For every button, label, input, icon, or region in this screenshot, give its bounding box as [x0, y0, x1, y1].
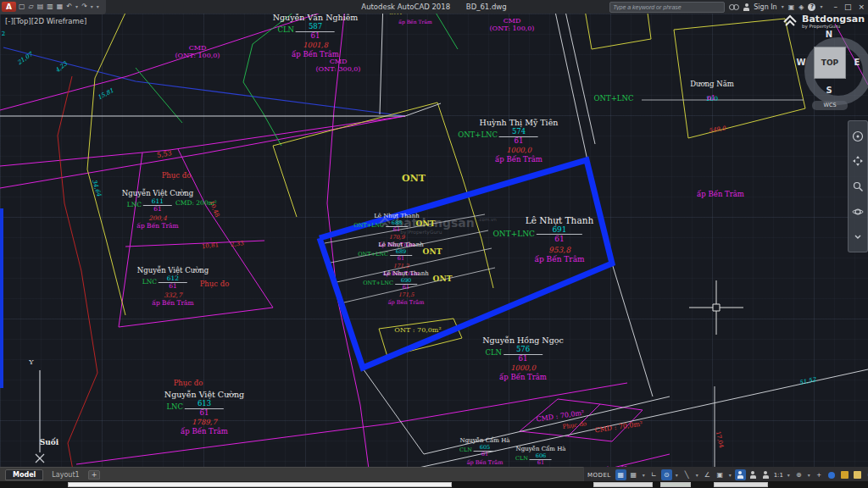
search-icon[interactable]: [729, 3, 739, 10]
save-as-icon[interactable]: ▥: [47, 2, 53, 12]
signin-button[interactable]: Sign In: [754, 3, 776, 11]
parcel-owner: Lê Nhựt Thanh: [378, 241, 424, 248]
tab-layout1[interactable]: Layout1: [45, 470, 86, 480]
parcel-area: 171,2: [378, 263, 424, 269]
hamlet-name: ấp Bến Trâm: [164, 428, 244, 436]
isodraft-dropdown[interactable]: ▾: [694, 469, 700, 480]
close-button[interactable]: ×: [858, 2, 865, 13]
drawing-text: Suối: [40, 438, 58, 446]
grid-icon[interactable]: ▦: [615, 469, 626, 480]
autodesk-app-store-icon[interactable]: ▣: [788, 3, 795, 11]
hamlet-name: ấp Bến Trâm: [526, 255, 593, 263]
osnap-dropdown[interactable]: ▾: [727, 469, 733, 480]
wcs-dropdown[interactable]: WCS: [812, 101, 848, 110]
zoom-icon[interactable]: [851, 180, 865, 193]
land-use-code: ONT+LNC: [358, 252, 388, 258]
help-icon[interactable]: ?: [808, 3, 815, 11]
land-use-code: LNC: [166, 403, 183, 412]
land-use-code: CLN: [515, 456, 528, 462]
annotation-scale-icon[interactable]: [760, 469, 771, 480]
polar-dropdown[interactable]: ▾: [674, 469, 680, 480]
viewport-controls-label[interactable]: [-][Top][2D Wireframe]: [5, 17, 86, 25]
viewcube-south[interactable]: S: [826, 86, 832, 95]
quick-access-toolbar: A ▢▱▤▥▦↶▾↷▾▾: [0, 0, 106, 14]
redo-icon[interactable]: ↷: [81, 2, 87, 12]
drawing-text: 2: [2, 31, 5, 38]
osnap-box-icon[interactable]: ▣: [715, 469, 726, 480]
map-sheet-number: 61: [159, 283, 187, 291]
map-sheet-number: 61: [390, 256, 412, 262]
drawing-text: CMD (ONT: 300,0): [316, 58, 361, 74]
graphics-performance-icon: [828, 472, 835, 479]
annotation-autoscale-icon: [750, 471, 756, 479]
qat-dropdown[interactable]: ▾: [97, 2, 99, 12]
redo-dropdown[interactable]: ▾: [91, 2, 93, 12]
command-line-field[interactable]: [68, 482, 452, 487]
help-dropdown[interactable]: ▾: [820, 2, 822, 12]
signin-dropdown[interactable]: ▾: [782, 2, 784, 12]
land-use-code: ONT+LNC: [492, 229, 535, 237]
document-title: BD_61.dwg: [466, 3, 507, 11]
parcel-label: Nguyễn Cẩm Hà605CLN61ấp Bến Trâm: [460, 437, 510, 467]
new-file-icon[interactable]: ▢: [19, 2, 25, 12]
ortho-polar-icon[interactable]: ⊙: [661, 469, 672, 480]
stay-connected-icon[interactable]: ◈: [798, 3, 804, 11]
viewcube-top-face[interactable]: TOP: [814, 47, 846, 79]
steering-wheel-icon[interactable]: [851, 130, 865, 143]
isodraft-icon[interactable]: ╲: [682, 469, 693, 480]
parcel-fraction: 613LNC61: [185, 400, 224, 418]
parcel-owner: Lê Nhựt Thanh: [526, 215, 593, 225]
help-search-input[interactable]: [609, 2, 725, 13]
workspace-dropdown[interactable]: ▾: [806, 469, 812, 480]
land-use-code: LNC: [127, 202, 142, 209]
save-icon[interactable]: ▤: [37, 2, 44, 12]
snap-dropdown[interactable]: ▾: [641, 469, 647, 480]
orbit-icon[interactable]: [851, 205, 865, 219]
new-layout-button[interactable]: +: [88, 470, 101, 480]
viewcube-east[interactable]: E: [854, 58, 860, 67]
drawing-text: 61: [707, 95, 715, 103]
snap-icon[interactable]: ▦: [628, 469, 639, 480]
clean-screen-icon[interactable]: [852, 469, 863, 480]
undo-icon[interactable]: ↶: [66, 2, 72, 12]
map-sheet-number: 61: [537, 235, 582, 243]
infer-constraints-icon[interactable]: ∟: [648, 469, 659, 480]
viewcube-west[interactable]: W: [796, 58, 805, 67]
annotation-visibility-icon[interactable]: [735, 469, 746, 480]
pan-icon[interactable]: [851, 154, 865, 168]
tab-model[interactable]: Model: [5, 469, 43, 480]
autocad-menu-button[interactable]: A: [2, 2, 16, 12]
osnap-angle-icon[interactable]: ∠: [702, 469, 713, 480]
signin-avatar-icon[interactable]: [743, 3, 749, 11]
parcel-fraction: 611LNC61CMD: 200m²: [143, 198, 172, 214]
navbar-menu-icon[interactable]: [851, 230, 865, 243]
isolate-objects-icon[interactable]: [839, 469, 850, 480]
customization-menu-icon[interactable]: ≡: [865, 469, 868, 480]
parcel-area: 200,4: [122, 215, 193, 223]
viewcube-north[interactable]: N: [826, 30, 832, 39]
annotation-scale-label[interactable]: 1:1: [773, 469, 784, 480]
parcel-label: Nguyễn Việt Cường612LNC61332,7ấp Bến Trâ…: [137, 267, 209, 308]
status-plus-icon[interactable]: +: [814, 469, 825, 480]
parcel-fraction: 576CLN61: [504, 346, 542, 363]
open-file-icon[interactable]: ▱: [29, 2, 34, 12]
minimize-button[interactable]: –: [833, 2, 837, 13]
drawing-canvas[interactable]: [0, 14, 868, 467]
parcel-fraction: 587CLN61: [296, 23, 335, 41]
parcel-fraction: 691ONT+LNC61: [537, 225, 582, 244]
parcel-owner: Lê Nhựt Thanh: [374, 213, 420, 219]
drawing-text: CMD (ONT: 100,0): [175, 45, 220, 60]
graphics-performance-icon[interactable]: [826, 469, 837, 480]
parcel-area: 1000,0: [480, 147, 559, 155]
model-space-label[interactable]: MODEL: [587, 472, 611, 479]
parcel-fraction: 606CLN61: [530, 453, 552, 467]
undo-dropdown[interactable]: ▾: [75, 2, 78, 12]
drawing-text: Phục đo: [174, 380, 203, 388]
annotation-autoscale-icon[interactable]: [748, 469, 759, 480]
taskbar-box-3: [714, 482, 768, 487]
plot-icon[interactable]: ▦: [57, 2, 64, 12]
annotation-scale-dropdown[interactable]: ▾: [786, 469, 792, 480]
workspace-gear-icon[interactable]: ⊕: [793, 469, 804, 480]
taskbar-box-1: [593, 482, 653, 487]
maximize-button[interactable]: □: [844, 2, 852, 13]
